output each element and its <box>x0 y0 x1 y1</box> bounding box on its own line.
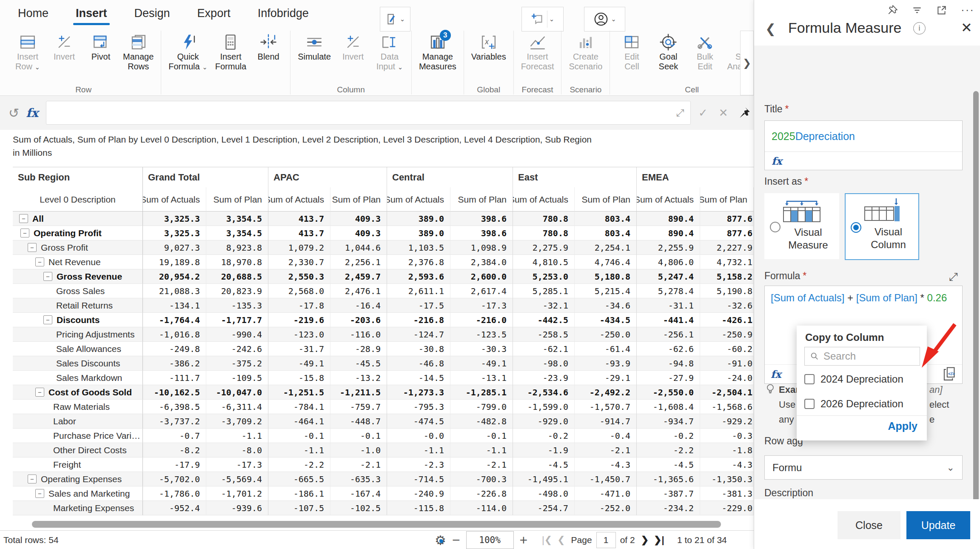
collapse-icon[interactable]: − <box>28 475 37 483</box>
value-cell[interactable]: -49.1 <box>450 356 513 371</box>
value-cell[interactable]: 2,550.3 <box>268 269 330 284</box>
value-cell[interactable]: -4.5 <box>513 458 575 472</box>
row-label-cell[interactable]: Sale Allowances <box>13 342 143 356</box>
value-cell[interactable]: -30.3 <box>450 342 513 356</box>
value-cell[interactable]: -375.2 <box>206 356 268 371</box>
value-cell[interactable]: -216.8 <box>387 313 450 327</box>
value-cell[interactable]: 877.6 <box>700 226 754 240</box>
value-cell[interactable]: -32.1 <box>513 298 575 313</box>
row-label-cell[interactable]: −Cost of Goods Sold <box>13 385 143 400</box>
value-cell[interactable]: 2,376.8 <box>387 255 450 269</box>
column-header-sum-of-plan[interactable]: Sum of Plan <box>330 187 387 212</box>
visual-column-radio[interactable] <box>851 222 861 233</box>
value-cell[interactable]: -107.5 <box>268 501 330 515</box>
value-cell[interactable]: -1.1 <box>268 443 330 458</box>
edit-mode-button[interactable]: ⌄ <box>380 7 410 31</box>
value-cell[interactable]: -114.0 <box>450 501 513 515</box>
value-cell[interactable]: -386.2 <box>143 356 206 371</box>
value-cell[interactable]: -2,550.0 <box>637 385 700 400</box>
value-cell[interactable]: 413.7 <box>268 226 330 240</box>
close-button[interactable]: Close <box>838 511 900 539</box>
ribbon-button-quick-formula[interactable]: QuickFormula ⌄ <box>165 31 211 74</box>
value-cell[interactable]: -498.0 <box>513 486 575 501</box>
value-cell[interactable]: 398.6 <box>450 226 513 240</box>
next-page-button[interactable]: ❯ <box>641 535 649 546</box>
value-cell[interactable]: -49.1 <box>268 356 330 371</box>
value-cell[interactable]: -32.6 <box>700 298 754 313</box>
value-cell[interactable]: -109.5 <box>206 371 268 385</box>
value-cell[interactable]: -10,162.5 <box>143 385 206 400</box>
value-cell[interactable]: -426.1 <box>700 313 754 327</box>
collapse-icon[interactable]: − <box>19 214 28 223</box>
value-cell[interactable]: 2,568.0 <box>268 284 330 298</box>
value-cell[interactable]: -13.1 <box>450 371 513 385</box>
value-cell[interactable]: 1,079.2 <box>268 240 330 255</box>
checkbox-unchecked[interactable] <box>804 399 815 409</box>
value-cell[interactable]: -441.4 <box>637 313 700 327</box>
apply-button[interactable]: Apply <box>888 420 917 432</box>
row-label-cell[interactable]: −All <box>13 212 143 226</box>
value-cell[interactable]: 5,180.8 <box>575 269 637 284</box>
value-cell[interactable]: 4,746.4 <box>575 255 637 269</box>
row-label-cell[interactable]: −Gross Profit <box>13 240 143 255</box>
ribbon-button-goal-seek[interactable]: GoalSeek <box>650 31 687 73</box>
value-cell[interactable]: -0.3 <box>700 429 754 443</box>
value-cell[interactable]: -1,273.3 <box>387 385 450 400</box>
value-cell[interactable]: 4,810.5 <box>513 255 575 269</box>
column-header-level0-description[interactable]: Level 0 Description <box>13 187 143 212</box>
value-cell[interactable]: -1,599.0 <box>513 400 575 414</box>
zoom-level[interactable]: 100% <box>466 531 514 549</box>
value-cell[interactable]: -62.6 <box>637 342 700 356</box>
ribbon-button-blend[interactable]: Blend <box>250 31 287 63</box>
region-header-apac[interactable]: APAC <box>268 167 387 187</box>
value-cell[interactable]: -61.4 <box>575 342 637 356</box>
value-cell[interactable]: -252.0 <box>575 501 637 515</box>
value-cell[interactable]: -448.7 <box>330 414 387 429</box>
value-cell[interactable]: -27.9 <box>637 371 700 385</box>
value-cell[interactable]: -2,534.6 <box>513 385 575 400</box>
value-cell[interactable]: -799.0 <box>450 400 513 414</box>
row-label-cell[interactable]: −Gross Revenue <box>13 269 143 284</box>
value-cell[interactable]: -1,450.7 <box>575 472 637 486</box>
pin-panel-icon[interactable] <box>887 5 898 16</box>
title-input[interactable]: 2025 Depreciation <box>765 121 962 152</box>
value-cell[interactable]: 4,806.0 <box>637 255 700 269</box>
value-cell[interactable]: 3,325.3 <box>143 212 206 226</box>
value-cell[interactable]: -240.9 <box>387 486 450 501</box>
row-label-cell[interactable]: −Discounts <box>13 313 143 327</box>
value-cell[interactable]: 21,088.3 <box>143 284 206 298</box>
info-icon[interactable]: i <box>913 22 926 34</box>
value-cell[interactable]: -4.3 <box>700 458 754 472</box>
value-cell[interactable]: -1,365.6 <box>637 472 700 486</box>
value-cell[interactable]: -1,016.8 <box>143 327 206 342</box>
open-in-new-icon[interactable] <box>936 5 947 16</box>
row-label-cell[interactable]: −Operating Profit <box>13 226 143 240</box>
row-label-cell[interactable]: Other Direct Costs <box>13 443 143 458</box>
collapse-icon[interactable]: − <box>28 243 37 252</box>
value-cell[interactable]: -30.8 <box>387 342 450 356</box>
value-cell[interactable]: 20,954.2 <box>143 269 206 284</box>
row-label-cell[interactable]: Retail Returns <box>13 298 143 313</box>
row-label-cell[interactable]: −Operating Expenses <box>13 472 143 486</box>
value-cell[interactable]: 2,254.1 <box>575 240 637 255</box>
tab-export[interactable]: Export <box>197 4 231 25</box>
value-cell[interactable]: -2.1 <box>450 458 513 472</box>
ribbon-button-insert-formula[interactable]: InsertFormula <box>211 31 250 73</box>
value-cell[interactable]: -1,495.1 <box>513 472 575 486</box>
column-header-sum-of-plan[interactable]: Sum of Plan <box>450 187 513 212</box>
tab-infobridge[interactable]: Infobridge <box>257 4 310 25</box>
value-cell[interactable]: 803.4 <box>575 212 637 226</box>
value-cell[interactable]: -2,492.2 <box>575 385 637 400</box>
value-cell[interactable]: 389.0 <box>387 226 450 240</box>
value-cell[interactable]: 2,275.9 <box>513 240 575 255</box>
value-cell[interactable]: 2,227.9 <box>700 240 754 255</box>
value-cell[interactable]: -471.0 <box>575 486 637 501</box>
value-cell[interactable]: 2,330.7 <box>268 255 330 269</box>
value-cell[interactable]: 5,158.2 <box>700 269 754 284</box>
row-label-cell[interactable]: Freight <box>13 458 143 472</box>
value-cell[interactable]: -381.3 <box>700 486 754 501</box>
value-cell[interactable]: -123.0 <box>268 327 330 342</box>
value-cell[interactable]: 1,098.9 <box>450 240 513 255</box>
value-cell[interactable]: -23.9 <box>513 371 575 385</box>
value-cell[interactable]: -387.7 <box>637 486 700 501</box>
